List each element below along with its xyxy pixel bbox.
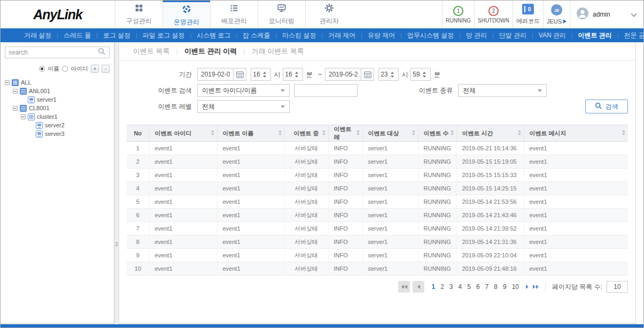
date-to-input[interactable]	[325, 71, 361, 78]
menu-item[interactable]: 로그 설정	[98, 31, 136, 40]
menu-item[interactable]: VAN 관리	[533, 31, 571, 40]
splitter-handle[interactable]	[114, 42, 119, 324]
page-number[interactable]: 3	[449, 283, 453, 291]
stepper-arrows-icon[interactable]	[391, 72, 394, 78]
table-header-cell[interactable]: 이벤트 중	[284, 125, 328, 142]
page-number[interactable]: 9	[503, 283, 507, 291]
menu-item[interactable]: 유량 제어	[362, 31, 400, 40]
tree-node[interactable]: ANL001	[1, 87, 114, 95]
tree-node[interactable]: CL8001	[1, 104, 114, 112]
menu-item[interactable]: 업무시스템 설정	[402, 31, 459, 40]
min-from-input[interactable]	[283, 71, 294, 78]
menu-item[interactable]: 거래 설정	[19, 31, 57, 40]
menu-item[interactable]: 마스킹 설정	[277, 31, 321, 40]
page-number[interactable]: 7	[485, 283, 489, 291]
running-status[interactable]: 1 RUNNING	[442, 1, 474, 28]
tab-transaction-events[interactable]: 거래 이벤트 목록	[245, 47, 311, 56]
table-row[interactable]: 3event1event1서버상태INFOserver1RUNNING2019-…	[127, 169, 628, 182]
tree-toggle-icon[interactable]	[13, 106, 18, 111]
nav-tab-monitoring[interactable]: 모니터링	[258, 1, 305, 28]
search-button[interactable]: 검색	[585, 100, 628, 113]
per-page-input[interactable]	[607, 281, 628, 293]
tree-node[interactable]: server1	[1, 95, 114, 104]
next-page-button[interactable]	[526, 285, 529, 289]
table-header-cell[interactable]: 이벤트 레	[328, 125, 362, 142]
event-search-input[interactable]	[294, 84, 358, 97]
nav-tab-deploy[interactable]: 배포관리	[210, 1, 258, 28]
tree-toggle-icon[interactable]	[13, 89, 18, 94]
stepper-arrows-icon[interactable]	[295, 72, 298, 78]
hour-from-input[interactable]	[251, 71, 262, 78]
prev-page-button[interactable]	[413, 281, 424, 293]
event-type-select[interactable]: 전체	[458, 84, 547, 97]
sort-arrows-icon[interactable]	[278, 130, 282, 135]
tree-node[interactable]: cluster1	[1, 112, 114, 121]
event-search-type-select[interactable]: 이벤트 아이디/이름	[197, 84, 290, 97]
menu-item[interactable]: 잡 스케줄	[237, 31, 275, 40]
tab-event-history[interactable]: 이벤트 관리 이력	[178, 47, 243, 56]
tree-node[interactable]: ALL	[1, 78, 114, 87]
table-row[interactable]: 8event1event1서버상태INFOserver1RUNNING2019-…	[127, 235, 628, 249]
tab-event-list[interactable]: 이벤트 목록	[127, 47, 176, 56]
table-row[interactable]: 5event1event1서버상태INFOserver1RUNNING2019-…	[127, 195, 628, 209]
menu-item[interactable]: 단말 관리	[494, 31, 532, 40]
table-row[interactable]: 7event1event1서버상태INFOserver1RUNNING2019-…	[127, 222, 628, 235]
tree-node[interactable]: server3	[1, 129, 114, 138]
sort-arrows-icon[interactable]	[322, 130, 325, 135]
shutdown-status[interactable]: 2 SHUTDOWN	[474, 1, 513, 28]
radio-name[interactable]	[39, 66, 45, 72]
tree-node[interactable]: server2	[1, 121, 114, 129]
event-level-select[interactable]: 전체	[197, 100, 290, 113]
menu-item[interactable]: 거래 제어	[323, 31, 361, 40]
collapse-all-button[interactable]: -	[102, 65, 110, 73]
page-number[interactable]: 8	[494, 283, 498, 291]
page-number[interactable]: 2	[440, 283, 444, 291]
stepper-arrows-icon[interactable]	[423, 72, 426, 78]
sort-arrows-icon[interactable]	[211, 130, 214, 135]
menu-item[interactable]: 전문 공유	[618, 31, 643, 40]
page-number[interactable]: 1	[431, 283, 435, 291]
search-icon[interactable]	[98, 48, 106, 58]
sort-arrows-icon[interactable]	[412, 130, 415, 135]
table-header-cell[interactable]: 이벤트 시간	[456, 125, 524, 142]
table-row[interactable]: 10event1event1서버상태INFOserver1RUNNING2019…	[127, 262, 628, 276]
hour-to-input[interactable]	[379, 71, 390, 78]
user-menu[interactable]: admin	[570, 1, 643, 28]
page-number[interactable]: 4	[459, 283, 462, 291]
sort-arrows-icon[interactable]	[518, 130, 521, 135]
menu-item[interactable]: 이벤트 관리	[573, 31, 617, 40]
error-code-button[interactable]: 0 에러코드	[513, 1, 543, 28]
table-row[interactable]: 2event1event1서버상태INFOserver1RUNNING2019-…	[127, 155, 628, 169]
nav-tab-admin[interactable]: 관리자	[305, 1, 353, 28]
menu-item[interactable]: 스레드 풀	[58, 31, 96, 40]
sort-arrows-icon[interactable]	[356, 130, 360, 135]
table-header-cell[interactable]: 이벤트 이름	[217, 125, 284, 142]
page-number[interactable]: 6	[476, 283, 480, 291]
table-row[interactable]: 4event1event1서버상태INFOserver1RUNNING2019-…	[127, 182, 628, 195]
date-from-input[interactable]	[198, 71, 233, 78]
page-number[interactable]: 5	[467, 283, 471, 291]
jeus-button[interactable]: JE JEUS	[543, 1, 570, 28]
table-header-cell[interactable]: 이벤트 수	[418, 125, 456, 142]
table-header-cell[interactable]: 이벤트 대상	[362, 125, 418, 142]
table-header-cell[interactable]: 이벤트 메시지	[524, 125, 628, 142]
tree-toggle-icon[interactable]	[21, 115, 26, 119]
menu-item[interactable]: 파일 로그 설정	[137, 31, 190, 40]
table-row[interactable]: 9event1event1서버상태INFOserver1RUNNING2019-…	[127, 249, 628, 262]
search-input[interactable]	[9, 49, 98, 56]
page-number[interactable]: 10	[512, 283, 519, 291]
nav-tab-config[interactable]: 구성관리	[115, 1, 162, 28]
table-header-cell[interactable]: 이벤트 아이디	[149, 125, 217, 142]
menu-item[interactable]: 시스템 로그	[191, 31, 236, 40]
stepper-arrows-icon[interactable]	[263, 72, 266, 78]
min-to-input[interactable]	[411, 71, 422, 78]
table-row[interactable]: 1event1event1서버상태INFOserver1RUNNING2019-…	[127, 142, 628, 155]
last-page-button[interactable]	[533, 285, 539, 289]
calendar-icon[interactable]	[361, 68, 374, 80]
calendar-icon[interactable]	[233, 68, 246, 80]
expand-all-button[interactable]: +	[91, 65, 99, 73]
radio-id[interactable]	[62, 66, 68, 72]
menu-item[interactable]: 망 관리	[461, 31, 492, 40]
nav-tab-operations[interactable]: 운영관리	[162, 1, 210, 28]
sort-arrows-icon[interactable]	[451, 130, 454, 135]
